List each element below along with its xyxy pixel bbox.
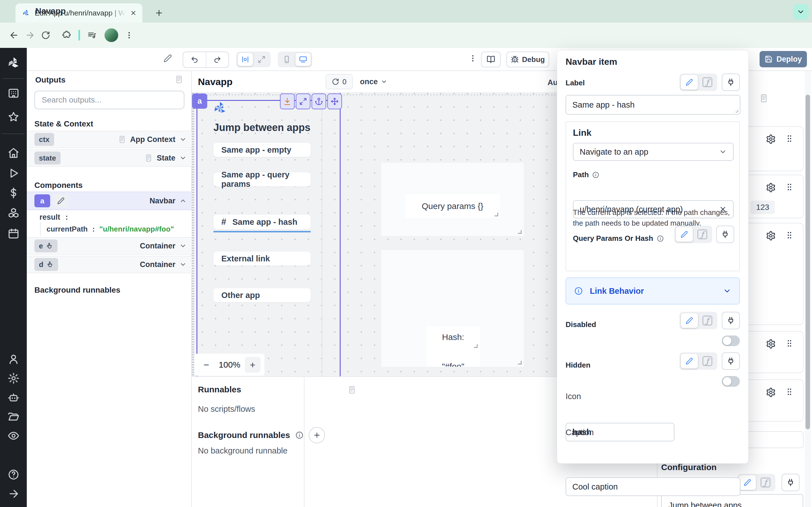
item-settings-gear-icon[interactable] [766,134,776,144]
new-tab-button[interactable] [152,6,166,20]
folders-icon[interactable] [8,411,19,422]
anchor-button[interactable] [312,94,326,109]
item-settings-gear-icon[interactable] [766,387,776,397]
disabled-connect-plug-button[interactable] [722,312,740,329]
tab-close-icon[interactable] [130,10,137,16]
move-button[interactable] [327,94,342,109]
help-icon[interactable] [8,469,19,481]
variables-dollar-icon[interactable] [8,187,19,199]
item-settings-gear-icon[interactable] [766,182,776,193]
fullscreen-button[interactable] [296,94,310,109]
chevron-down-icon[interactable] [179,136,187,143]
zoom-in-button[interactable]: + [245,357,260,373]
redo-button[interactable] [206,52,229,67]
settings-gear-icon[interactable] [8,372,19,384]
drag-handle-icon[interactable] [785,182,794,191]
fn-mode-button[interactable]: ƒ [699,354,716,369]
docs-book-button[interactable] [481,52,501,67]
link-type-select[interactable]: Navigate to an app [573,143,733,161]
chevron-down-icon[interactable] [179,154,187,162]
add-background-runnable-button[interactable] [309,427,325,443]
browser-tab[interactable]: Edit App u/henri/navapp | Win [15,3,142,22]
docs-icon[interactable] [174,75,184,84]
nav-item-external-link[interactable]: External link [213,251,311,266]
link-behavior-collapsible[interactable]: Link Behavior [566,277,740,304]
selected-component-badge[interactable]: a [192,94,207,109]
nav-item-query-params[interactable]: Same app - query params [213,172,311,186]
result-key[interactable]: result [40,213,60,221]
nav-item-empty[interactable]: Same app - empty [213,143,311,157]
scrollbar-thumb[interactable] [806,95,810,429]
ctx-row[interactable]: ctx App Context [27,131,192,148]
workers-bot-icon[interactable] [8,392,19,403]
navbar-component-row[interactable]: a Navbar [27,191,192,210]
undo-button[interactable] [183,52,206,67]
docs-icon[interactable] [347,385,356,394]
nav-item-hash[interactable]: # Same app - hash [213,215,311,229]
chevron-down-icon[interactable] [179,242,187,249]
fn-mode-button[interactable]: ƒ [699,75,716,90]
qph-connect-plug-button[interactable] [716,226,734,243]
hash-container[interactable]: Hash: "#foo" [381,250,524,367]
item-settings-gear-icon[interactable] [766,231,776,241]
static-pencil-button[interactable] [681,313,698,328]
chevron-up-icon[interactable] [179,197,187,205]
tab-search-chevron-button[interactable] [793,4,809,20]
refresh-counter[interactable]: 0 [326,74,353,89]
expand-sidebar-arrow-icon[interactable] [8,488,19,500]
more-menu-icon[interactable] [469,54,477,64]
fn-mode-button[interactable]: ƒ [694,227,711,242]
caption-input[interactable]: Cool caption [566,477,741,496]
forward-icon[interactable] [22,27,38,43]
mobile-view-button[interactable] [279,53,294,66]
static-pencil-button[interactable] [739,475,756,490]
home-icon[interactable] [8,147,19,159]
workspace-icon[interactable] [8,87,19,99]
nav-item-other-app[interactable]: Other app [213,288,311,302]
disabled-toggle[interactable] [722,335,740,346]
state-row[interactable]: state State [27,149,192,167]
debug-button[interactable]: Debug [506,52,549,67]
drag-handle-icon[interactable] [785,339,794,348]
browser-menu-icon[interactable] [121,27,137,43]
deploy-button[interactable]: Deploy [760,51,807,67]
container-e-row[interactable]: e Container [27,237,192,255]
zoom-out-button[interactable]: − [199,357,214,373]
hidden-connect-plug-button[interactable] [722,352,740,370]
label-connect-plug-button[interactable] [722,73,740,91]
media-controls-icon[interactable] [84,27,100,43]
item-settings-gear-icon[interactable] [766,339,776,349]
static-pencil-button[interactable] [676,227,693,242]
hidden-toggle[interactable] [722,376,740,387]
search-input[interactable] [35,91,185,109]
profile-avatar[interactable] [104,28,118,42]
fullwidth-button[interactable] [254,53,269,66]
runs-play-icon[interactable] [8,167,19,179]
static-pencil-button[interactable] [681,354,698,369]
drag-handle-icon[interactable] [785,387,794,396]
desktop-view-button[interactable] [296,53,311,66]
favorites-star-icon[interactable] [8,111,19,123]
drag-handle-icon[interactable] [785,134,794,143]
currentPath-key[interactable]: currentPath [47,225,88,233]
extensions-icon[interactable] [59,27,74,43]
schedules-calendar-icon[interactable] [8,228,19,239]
doc-icon[interactable] [118,135,126,144]
audit-eye-icon[interactable] [8,430,19,442]
windmill-logo[interactable] [6,56,21,70]
query-params-container[interactable]: Query params {} [381,163,524,236]
label-textarea[interactable]: Same app - hash [566,95,741,115]
reload-icon[interactable] [38,27,54,43]
back-icon[interactable] [6,27,22,43]
title-connect-plug-button[interactable] [781,474,800,491]
align-center-button[interactable] [238,53,253,66]
fn-mode-button[interactable]: ƒ [757,475,774,490]
doc-icon[interactable] [144,154,153,162]
expand-down-button[interactable] [280,94,295,109]
rename-pencil-icon[interactable] [163,54,172,62]
static-pencil-button[interactable] [681,75,698,90]
chevron-down-icon[interactable] [179,261,187,268]
resources-boxes-icon[interactable] [8,207,19,219]
docs-icon[interactable] [759,94,769,103]
refresh-mode-select[interactable]: once [360,77,388,86]
